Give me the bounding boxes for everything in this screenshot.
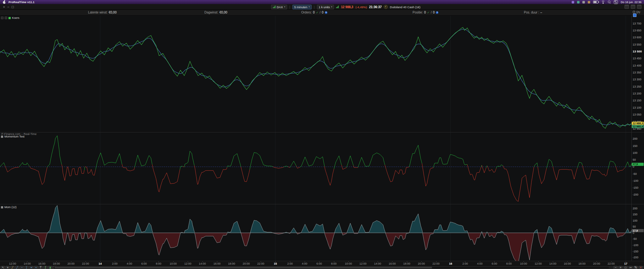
orders-group: Orders: 0 ✓ / 0: [301, 11, 327, 14]
mom-chart[interactable]: 200150100500-50-100-150-200 17,9: [0, 204, 644, 261]
minimize-window-icon[interactable]: −: [7, 5, 10, 8]
close-chart-button-icon[interactable]: ×: [639, 266, 643, 269]
time-axis[interactable]: 12:0014:0016:0018:0020:0022:00142:004:00…: [0, 261, 644, 265]
pencil-tool-icon[interactable]: ╱: [10, 266, 14, 269]
close-window-icon[interactable]: ×: [3, 5, 5, 8]
control-center-icon[interactable]: [614, 0, 618, 4]
status-app-icon-1[interactable]: [572, 1, 574, 3]
price-legend-swatch: [8, 17, 11, 19]
scrollbar-thumb[interactable]: [54, 267, 432, 268]
price-line: [0, 27, 631, 128]
momentum-axis-label: 50: [633, 158, 636, 161]
price-legend-label[interactable]: Koers: [12, 16, 19, 19]
toolbar-center: DAX ▾ | 5 minuten ▾ | 1 k units ▾ 12 988…: [271, 4, 420, 10]
mom-axis-label: 200: [633, 207, 637, 210]
price-chart[interactable]: 13 70013 65013 60013 55013 50013 45013 4…: [0, 16, 644, 132]
quote-time: 21:36:37: [369, 5, 382, 9]
mom-legend-label[interactable]: Mom (12): [4, 206, 17, 209]
status-app-icon-4[interactable]: [588, 1, 590, 3]
time-axis-label: 8:00: [156, 262, 162, 265]
price-axis-label: 13 350: [633, 71, 641, 74]
price-axis-label: 13 450: [633, 57, 641, 60]
time-axis-label: 16:00: [38, 262, 46, 265]
timeframe-select[interactable]: 5 minuten ▾: [292, 5, 312, 9]
time-axis-label: 22:00: [82, 262, 89, 265]
drawing-tools: ↖+╱╱─│≡≈Tƒ▮×: [1, 266, 57, 269]
mom-axis-label: -100: [633, 244, 638, 247]
mom-area-negative: [0, 233, 631, 261]
qty-checkbox[interactable]: [633, 13, 636, 17]
time-axis-label: 6:00: [141, 262, 147, 265]
layout-icon[interactable]: [631, 5, 635, 9]
time-axis-label: 4:00: [477, 262, 483, 265]
settings-icon[interactable]: [637, 5, 641, 9]
channel-tool-icon[interactable]: ≡: [29, 266, 33, 269]
expand-button-icon[interactable]: ↔: [629, 266, 633, 269]
percent-button-icon[interactable]: %: [634, 266, 638, 269]
menubar-status-area: Do 16 jun. 22:36: [572, 0, 641, 4]
status-app-icon-3[interactable]: [582, 1, 585, 3]
time-axis-label: 20:00: [243, 262, 250, 265]
search-icon[interactable]: [608, 1, 611, 4]
pending-clock-icon: [436, 11, 438, 14]
vertical-line-tool-icon[interactable]: │: [25, 266, 29, 269]
orders-open-count: 0: [313, 11, 315, 14]
zoom-out-button-icon[interactable]: −: [613, 266, 618, 269]
indicator-tool-icon[interactable]: ƒ: [43, 266, 47, 269]
menubar-app-name[interactable]: ProRealTime v11.1: [8, 1, 35, 4]
candlestick-tool-icon[interactable]: ▮: [48, 266, 52, 269]
trendline-tool-icon[interactable]: ╱: [15, 266, 19, 269]
latent-profit-group: Latente winst: €0,00: [88, 11, 117, 14]
svg-text:17,9: 17,9: [633, 229, 638, 232]
momentum-axis-label: 150: [633, 144, 637, 148]
pointer-tool-icon[interactable]: ↖: [1, 266, 5, 269]
svg-text:17,9: 17,9: [633, 163, 638, 166]
momentum-axis-label: -150: [633, 186, 638, 189]
momentum-legend-label[interactable]: Momentum Test: [4, 135, 25, 138]
instrument-select[interactable]: DAX ▾: [271, 5, 287, 9]
position-group: Positie: 0 ✓ / 0: [413, 11, 438, 14]
slash-separator: /: [319, 11, 320, 14]
window-controls: × − □: [0, 5, 17, 8]
panel-settings-button[interactable]: [5, 17, 7, 19]
crosshair-tool-icon[interactable]: +: [6, 266, 10, 269]
screenshot-icon[interactable]: [625, 5, 629, 9]
check-icon: ✓: [427, 11, 430, 14]
time-axis-label: 22:00: [257, 262, 264, 265]
panel-separator[interactable]: [0, 132, 644, 132]
time-axis-label: 2:00: [112, 262, 118, 265]
maximize-window-icon[interactable]: □: [11, 5, 14, 8]
time-axis-label: 18:00: [228, 262, 235, 265]
price-axis: 13 70013 65013 60013 55013 50013 45013 4…: [633, 22, 642, 130]
zoom-reset-button-icon[interactable]: ○: [624, 266, 628, 269]
text-tool-icon[interactable]: T: [39, 266, 43, 269]
units-select[interactable]: 1 k units ▾: [317, 5, 334, 9]
timeframe-label: 5 minuten: [294, 5, 308, 9]
price-axis-label: 13 600: [633, 36, 641, 39]
panel-collapse-button[interactable]: [1, 17, 3, 19]
horizontal-scrollbar[interactable]: [53, 266, 609, 269]
zoom-tools: −+○↔%×: [613, 266, 643, 269]
fibonacci-tool-icon[interactable]: ≈: [34, 266, 38, 269]
slash-separator: /: [431, 11, 432, 14]
time-axis-label: 10:00: [345, 262, 352, 265]
moving-average-line: [0, 29, 631, 126]
momentum-axis-label: 100: [633, 151, 637, 154]
momentum-chart[interactable]: 200150100500-50-100-150-200 17,9: [0, 132, 644, 204]
position-label: Positie:: [413, 11, 423, 14]
time-axis-label: 4:00: [302, 262, 308, 265]
status-app-icon-2[interactable]: [577, 1, 580, 3]
momentum-grid: [0, 132, 632, 204]
horizontal-line-tool-icon[interactable]: ─: [20, 266, 24, 269]
time-axis-day-label: 16: [449, 262, 452, 265]
position-duration-group: Pos. duur : –: [524, 11, 542, 14]
battery-icon[interactable]: [593, 1, 598, 3]
position-duration-value: –: [540, 11, 542, 14]
mom-axis-label: -50: [633, 237, 637, 240]
svg-text:12 988,3: 12 988,3: [633, 122, 643, 125]
panel-separator[interactable]: [0, 204, 644, 204]
menubar-clock[interactable]: Do 16 jun. 22:36: [621, 1, 641, 4]
zoom-in-button-icon[interactable]: +: [619, 266, 623, 269]
apple-menu-icon[interactable]: [3, 0, 6, 4]
wifi-icon[interactable]: [601, 1, 605, 3]
